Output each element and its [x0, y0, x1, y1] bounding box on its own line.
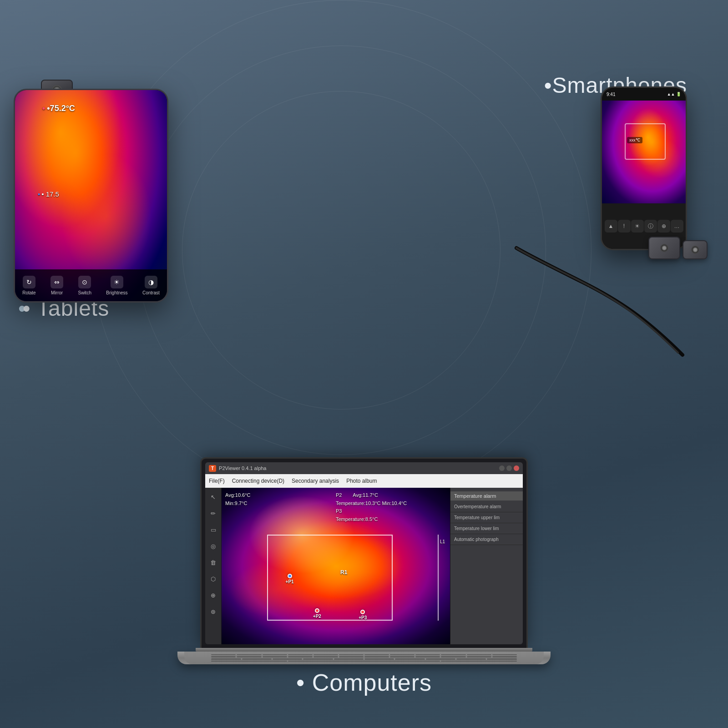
- key: [441, 654, 465, 656]
- key: [242, 658, 272, 660]
- stat-min-p1: Min:9.7°C: [225, 500, 251, 508]
- menu-file[interactable]: File(F): [209, 478, 225, 484]
- thermal-image-main: Avg:10.6°C Min:9.7°C P2 Avg:11.7°C Tempe…: [222, 488, 450, 644]
- key-row-2: [211, 656, 517, 657]
- contrast-label: Contrast: [142, 290, 160, 295]
- tablet-bottombar: ↻ Rotate ⇔ Mirror ⊙ Switch ☀ Brightness …: [15, 269, 167, 301]
- key: [339, 654, 364, 656]
- key-row-1: [211, 654, 517, 656]
- key: [426, 658, 455, 660]
- key: [492, 656, 517, 657]
- key: [288, 656, 313, 657]
- phone-thermal-image: xxx℃: [602, 101, 686, 205]
- tool-3d[interactable]: ⬡: [208, 573, 219, 584]
- line-l1: L1: [438, 535, 439, 621]
- win-maximize[interactable]: [506, 465, 512, 471]
- switch-icon: ⊙: [78, 276, 91, 288]
- switch-label: Switch: [78, 290, 91, 295]
- tablet-toolbar-switch[interactable]: ⊙ Switch: [78, 276, 91, 295]
- key: [313, 654, 338, 656]
- tool-target[interactable]: ◎: [208, 541, 219, 551]
- tool-trash[interactable]: 🗑: [208, 557, 219, 568]
- app-left-toolbar: ↖ ✏ ▭ ◎ 🗑 ⬡ ⊕ ⊛: [205, 488, 222, 644]
- standalone-camera-lens-right: [660, 244, 668, 252]
- key: [273, 658, 302, 660]
- key: [339, 656, 364, 657]
- key: [263, 656, 287, 657]
- menu-connecting[interactable]: Connecting device(D): [232, 478, 284, 484]
- key: [441, 656, 465, 657]
- tablet-temperature-1: •75.2°C: [42, 104, 75, 113]
- rotate-icon: ↻: [23, 276, 35, 288]
- key: [334, 658, 364, 660]
- key: [487, 658, 516, 660]
- computers-label: • Computers: [296, 669, 432, 696]
- tool-pencil[interactable]: ✏: [208, 508, 219, 519]
- app-titlebar: T P2Viewer 0.4.1 alpha: [205, 462, 523, 474]
- tablet-toolbar-mirror[interactable]: ⇔ Mirror: [51, 276, 63, 295]
- phone-camera-module: [682, 240, 708, 259]
- key-row-4: [211, 661, 517, 662]
- app-right-panel: Temperature alarm Overtemperature alarm …: [450, 488, 523, 644]
- laptop-hinge: [196, 648, 532, 652]
- menu-secondary[interactable]: Secondary analysis: [292, 478, 339, 484]
- tool-rectangle[interactable]: ▭: [208, 524, 219, 535]
- keyboard-visual: [211, 654, 517, 662]
- key: [390, 654, 415, 656]
- key: [395, 658, 425, 660]
- point-label-p3: +P3: [359, 615, 367, 620]
- win-minimize[interactable]: [499, 465, 505, 471]
- phone-camera-lens: [691, 246, 699, 254]
- key-spacebar: [288, 661, 440, 662]
- key: [364, 658, 394, 660]
- key: [263, 654, 287, 656]
- standalone-camera-module-right: [648, 237, 680, 259]
- point-dot-p3: [360, 610, 365, 614]
- laptop-device: T P2Viewer 0.4.1 alpha File(F) Connectin…: [177, 457, 551, 664]
- app-menubar: File(F) Connecting device(D) Secondary a…: [205, 474, 523, 488]
- tablet-temperature-2: • 17.5: [38, 190, 59, 198]
- key: [364, 654, 389, 656]
- point-p2-bottom: +P2: [313, 608, 321, 619]
- laptop-base: [177, 652, 551, 664]
- panel-item-upper-limit[interactable]: Temperature upper lim: [450, 512, 523, 523]
- tool-zoom[interactable]: ⊕: [208, 590, 219, 601]
- tool-cursor[interactable]: ↖: [208, 491, 219, 502]
- phone-status-icons: ▲▲ 🔋: [667, 92, 681, 96]
- key-space-right: [441, 661, 517, 662]
- point-dot-p2: [315, 608, 319, 613]
- point-p3: +P3: [359, 610, 367, 620]
- mirror-label: Mirror: [51, 290, 63, 295]
- key: [237, 656, 261, 657]
- key: [492, 654, 517, 656]
- key: [390, 656, 415, 657]
- tool-ai[interactable]: ⊛: [208, 606, 219, 617]
- laptop-screen: T P2Viewer 0.4.1 alpha File(F) Connectin…: [200, 457, 528, 648]
- win-close[interactable]: [514, 465, 519, 471]
- phone-tool-more[interactable]: …: [671, 220, 683, 233]
- rotate-label: Rotate: [22, 290, 35, 295]
- contrast-icon: ◑: [145, 276, 157, 288]
- panel-item-auto-photo[interactable]: Automatic photograph: [450, 534, 523, 545]
- phone-tool-1[interactable]: ▲: [605, 220, 617, 233]
- panel-item-lower-limit[interactable]: Temperature lower lim: [450, 523, 523, 534]
- laptop-base-wrapper: [177, 652, 551, 664]
- app-thermal-main: Avg:10.6°C Min:9.7°C P2 Avg:11.7°C Tempe…: [222, 488, 450, 644]
- phone-time: 9:41: [607, 92, 615, 97]
- brightness-icon: ☀: [111, 276, 123, 288]
- thermal-stats-left: Avg:10.6°C Min:9.7°C: [225, 491, 251, 507]
- key-row-3: [211, 658, 517, 660]
- panel-item-overtemp[interactable]: Overtemperature alarm: [450, 501, 523, 512]
- laptop-keyboard-area: [184, 652, 544, 664]
- key: [237, 654, 261, 656]
- phone-tool-3[interactable]: ☀: [631, 220, 644, 233]
- phone-tool-camera[interactable]: ⊕: [657, 220, 670, 233]
- menu-photo[interactable]: Photo album: [346, 478, 377, 484]
- phone-tool-2[interactable]: !: [618, 220, 631, 233]
- tablet-toolbar-rotate[interactable]: ↻ Rotate: [22, 276, 35, 295]
- stat-p2-label: P2 Avg:11.7°C: [336, 491, 407, 500]
- point-label-p2: +P2: [313, 614, 321, 619]
- phone-tool-4[interactable]: ⓘ: [644, 220, 657, 233]
- tablet-toolbar-brightness[interactable]: ☀ Brightness: [106, 276, 127, 295]
- tablet-toolbar-contrast[interactable]: ◑ Contrast: [142, 276, 160, 295]
